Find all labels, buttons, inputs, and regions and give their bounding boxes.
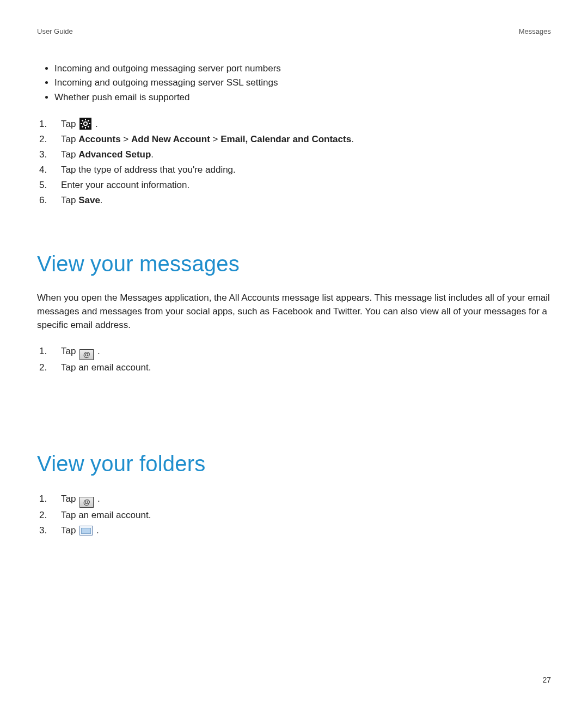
step-row: 2. Tap an email account. <box>37 360 551 375</box>
steps-list-view-folders: 1. Tap @ . 2. Tap an email account. 3. T… <box>37 491 551 538</box>
step-content: Tap . <box>61 117 551 132</box>
page-number: 27 <box>542 675 551 684</box>
section-heading-view-folders: View your folders <box>37 452 551 476</box>
steps-list-view-messages: 1. Tap @ . 2. Tap an email account. <box>37 344 551 375</box>
step-row: 3. Tap Advanced Setup. <box>37 147 551 162</box>
bullet-item: Incoming and outgoing messaging server S… <box>54 76 551 90</box>
step-row: 2. Tap Accounts > Add New Account > Emai… <box>37 132 551 147</box>
step-content: Enter your account information. <box>61 178 551 193</box>
svg-line-5 <box>82 120 83 121</box>
step-content: Tap an email account. <box>61 360 551 375</box>
section-paragraph: When you open the Messages application, … <box>37 291 551 332</box>
page-header: User Guide Messages <box>37 27 551 35</box>
bold-text: Save <box>78 195 100 205</box>
step-number: 6. <box>37 193 61 208</box>
document-page: User Guide Messages Incoming and outgoin… <box>0 0 588 560</box>
step-content: Tap Advanced Setup. <box>61 147 551 162</box>
step-row: 3. Tap . <box>37 523 551 538</box>
step-number: 4. <box>37 162 61 178</box>
at-icon: @ <box>79 497 94 508</box>
svg-line-7 <box>88 120 89 121</box>
step-content: Tap an email account. <box>61 508 551 523</box>
step-content: Tap Accounts > Add New Account > Email, … <box>61 132 551 147</box>
step-number: 2. <box>37 132 61 147</box>
header-left: User Guide <box>37 27 73 35</box>
bold-text: Accounts <box>78 134 120 144</box>
svg-line-8 <box>82 126 83 127</box>
step-row: 5. Enter your account information. <box>37 178 551 193</box>
bold-text: Add New Account <box>131 134 210 144</box>
step-row: 1. Tap @ . <box>37 344 551 360</box>
step-number: 3. <box>37 523 61 538</box>
bullet-item: Whether push email is supported <box>54 90 551 105</box>
svg-line-6 <box>88 126 89 127</box>
step-row: 1. Tap @ . <box>37 491 551 508</box>
step-number: 1. <box>37 344 61 359</box>
step-row: 6. Tap Save. <box>37 193 551 208</box>
bullet-item: Incoming and outgoing messaging server p… <box>54 62 551 76</box>
step-row: 1. Tap . <box>37 117 551 132</box>
step-row: 2. Tap an email account. <box>37 508 551 523</box>
step-content: Tap Save. <box>61 193 551 208</box>
step-content: Tap . <box>61 523 551 538</box>
step-number: 5. <box>37 178 61 193</box>
header-right: Messages <box>519 27 551 35</box>
at-icon: @ <box>79 349 94 360</box>
folder-icon <box>79 526 93 535</box>
steps-list-setup: 1. Tap . 2. Tap Accounts > Add New Accou… <box>37 117 551 208</box>
bold-text: Email, Calendar and Contacts <box>220 134 351 144</box>
step-content: Tap the type of address that you're addi… <box>61 162 551 178</box>
step-content: Tap @ . <box>61 491 551 508</box>
step-number: 1. <box>37 117 61 132</box>
prereq-bullets: Incoming and outgoing messaging server p… <box>54 62 551 105</box>
step-number: 1. <box>37 491 61 507</box>
svg-point-0 <box>84 122 87 125</box>
settings-icon <box>79 118 91 130</box>
section-heading-view-messages: View your messages <box>37 252 551 276</box>
step-number: 3. <box>37 147 61 162</box>
step-number: 2. <box>37 360 61 375</box>
step-row: 4. Tap the type of address that you're a… <box>37 162 551 178</box>
step-number: 2. <box>37 508 61 523</box>
bold-text: Advanced Setup <box>78 149 151 160</box>
step-content: Tap @ . <box>61 344 551 360</box>
